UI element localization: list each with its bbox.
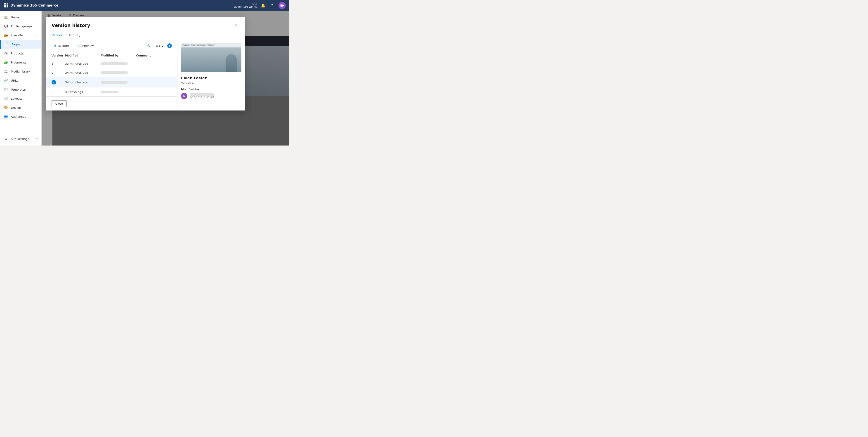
sidebar-item-layouts[interactable]: ⬜ Layouts [0,94,41,103]
sort-icon: ≡↕ [156,44,161,48]
tab-version[interactable]: Version [52,32,63,39]
site-settings-icon: ⚙ [4,136,8,141]
site-settings-expand-icon: ∨ [36,137,38,140]
modal-header: Version history ✕ [46,17,245,29]
site-settings-item[interactable]: ⚙ Site settings ∨ [4,135,38,143]
products-icon: 🛍 [4,51,8,56]
tab-activity[interactable]: Activity [68,32,80,39]
preview-version-label: Preview [82,44,94,48]
sidebar-item-pages[interactable]: 📄 Pages [0,40,41,49]
sidebar-item-live-site[interactable]: 📻 Live site ◇ [0,31,41,40]
sidebar-footer: ⚙ Site settings ∨ [0,132,41,146]
header-modified-by: Modified by [101,54,136,57]
site-settings-label: Site settings [11,137,29,141]
urls-icon: 🔗 [4,78,8,83]
sidebar-label-design: Design [11,106,21,110]
modified-by-2 [101,71,136,74]
user-avatar[interactable]: NH [278,2,286,9]
table-row[interactable]: 3 33 minutes ago [46,59,177,68]
sort-button[interactable]: ≡↕ ∨ [154,43,165,49]
site-name: adventure works [234,5,257,8]
preview-user-name [190,93,215,96]
fragments-icon: 🧩 [4,60,8,65]
home-icon: 🏠 [4,15,8,20]
table-row[interactable]: ✓ 34 minutes ago [46,77,177,88]
live-site-icon: 📻 [4,33,8,37]
sidebar-item-home[interactable]: 🏠 Home [0,13,41,22]
apps-icon[interactable] [4,3,8,7]
modal-tabs: Version Activity [46,32,245,39]
modal-overlay: Version history ✕ Version Activity ↺ [41,11,289,146]
preview-person [225,54,237,72]
preview-page-title: Caleb Foster [181,76,241,80]
close-button[interactable]: Close [52,100,67,107]
preview-version-icon: 📄 [77,44,81,48]
templates-icon: 📋 [4,87,8,92]
site-info[interactable]: Site adventure works [234,3,257,8]
version-history-modal: Version history ✕ Version Activity ↺ [46,17,245,111]
version-number-3: 3 [52,62,53,65]
modal-close-button[interactable]: ✕ [232,22,240,29]
sidebar-item-publish-groups[interactable]: 📢 Publish groups [0,22,41,31]
header-modified: Modified [65,54,101,57]
main-layout: 🏠 Home 📢 Publish groups 📻 Live site ◇ 📄 … [0,11,289,146]
info-button[interactable]: i [167,43,172,48]
preview-version-button[interactable]: 📄 Preview [75,42,96,49]
table-row[interactable]: 0 47 days ago [46,88,177,96]
modified-by-placeholder-2 [101,71,128,74]
top-bar: Dynamics 365 Commerce Site adventure wor… [0,0,289,11]
help-icon[interactable]: ? [270,3,275,8]
row-select-3: 3 [52,62,65,65]
preview-modified-by-label: Modified by [181,88,241,91]
filter-button[interactable]: ⚗ [145,42,152,49]
sort-chevron: ∨ [161,44,164,48]
preview-thumb-nav: ApparelSaleParticipateWalkout [181,43,241,48]
sidebar-label-live-site: Live site [11,34,23,37]
version-table: 3 33 minutes ago [46,59,177,96]
sidebar-item-products[interactable]: 🛍 Products [0,49,41,58]
header-comment: Comment [136,54,172,57]
preview-user-avatar: N [181,93,187,99]
sidebar: 🏠 Home 📢 Publish groups 📻 Live site ◇ 📄 … [0,11,41,146]
sidebar-label-urls: URLs [11,79,18,82]
notification-icon[interactable]: 🔔 [260,3,266,8]
table-row[interactable]: 2 34 minutes ago [46,68,177,77]
sidebar-label-pages: Pages [11,43,20,46]
sidebar-item-audiences[interactable]: 👥 Audiences [0,112,41,121]
modal-sidebar: ApparelSaleParticipateWalkout Caleb Fost… [177,39,245,111]
preview-version-label: Version 1 [181,81,241,84]
modified-2: 34 minutes ago [65,71,101,74]
sidebar-label-fragments: Fragments [11,61,26,64]
table-header: Version ↓ Modified Modified by Comment [46,52,177,59]
top-bar-right: Site adventure works 🔔 ? NH [234,2,286,9]
modified-0: 47 days ago [65,90,101,94]
restore-icon: ↺ [54,44,57,48]
sidebar-item-fragments[interactable]: 🧩 Fragments [0,58,41,67]
publish-groups-icon: 📢 [4,24,8,28]
preview-thumb-image [181,48,241,72]
sidebar-label-layouts: Layouts [11,97,22,100]
sidebar-label-home: Home [11,15,20,19]
sidebar-item-design[interactable]: 🎨 Design [0,103,41,112]
sidebar-label-audiences: Audiences [11,115,26,118]
content-area: 🗑 Delete 👁 Preview Outline › Caleb Foste… [41,11,289,146]
user-name-placeholder [190,93,215,96]
version-number-2: 2 [52,71,53,74]
preview-user: N 6/15/2022, 2:07 PM [181,93,241,99]
sidebar-item-templates[interactable]: 📋 Templates [0,85,41,94]
layouts-icon: ⬜ [4,96,8,101]
modified-by-placeholder-1 [101,81,128,84]
selected-check-1: ✓ [52,80,56,85]
restore-button[interactable]: ↺ Restore [52,42,71,49]
modified-by-placeholder-3 [101,62,128,65]
modal-title: Version history [52,23,90,28]
filter-sort-area: ⚗ ≡↕ ∨ i [145,42,172,49]
modified-by-3 [101,62,136,65]
sidebar-item-media-library[interactable]: 🖼 Media library [0,67,41,76]
row-select-1: ✓ [52,80,65,85]
version-number-0: 0 [52,90,53,94]
modified-by-0 [101,91,136,93]
sidebar-item-urls[interactable]: 🔗 URLs [0,76,41,85]
audiences-icon: 👥 [4,114,8,119]
sidebar-label-publish-groups: Publish groups [11,25,32,28]
